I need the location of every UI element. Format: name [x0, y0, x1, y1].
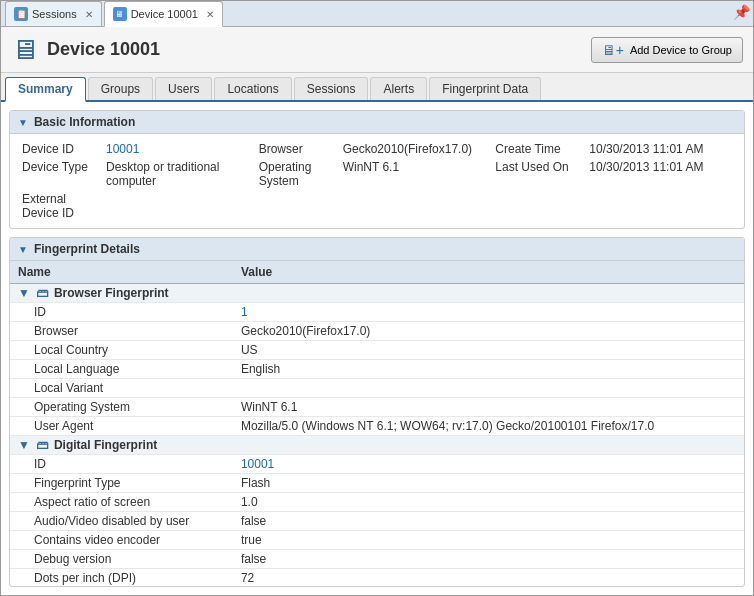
tab-device10001[interactable]: 🖥 Device 10001 ✕ — [104, 1, 223, 27]
col-name-header: Name — [10, 261, 233, 284]
table-row: Local Variant — [10, 379, 744, 398]
tab-groups[interactable]: Groups — [88, 77, 153, 100]
dfp-value-av: false — [233, 512, 744, 531]
fingerprint-header: ▼ Fingerprint Details — [10, 238, 744, 261]
external-device-id-label2: Device ID — [22, 206, 102, 220]
expand-arrow-digital[interactable]: ▼ — [18, 438, 30, 452]
add-device-group-button[interactable]: 🖥+ Add Device to Group — [591, 37, 743, 63]
dfp-value-debug: false — [233, 550, 744, 569]
sessions-tab-icon: 📋 — [14, 7, 28, 21]
device-id-row: Device ID 10001 — [22, 142, 259, 156]
tab-summary[interactable]: Summary — [5, 77, 86, 102]
add-group-icon: 🖥+ — [602, 42, 624, 58]
create-time-value: 10/30/2013 11:01 AM — [589, 142, 703, 156]
table-header-row: Name Value — [10, 261, 744, 284]
table-row: Debug version false — [10, 550, 744, 569]
table-row: ID 10001 — [10, 455, 744, 474]
browser-label: Browser — [259, 142, 339, 156]
db-icon-browser: 🗃 — [36, 286, 48, 300]
main-content: ▼ Basic Information Device ID 10001 Devi… — [1, 102, 753, 595]
fp-value-id: 1 — [233, 303, 744, 322]
title-area: 🖥 Device 10001 — [11, 33, 160, 66]
tab-alerts[interactable]: Alerts — [370, 77, 427, 100]
group-digital-text: Digital Fingerprint — [54, 438, 157, 452]
group-browser-text: Browser Fingerprint — [54, 286, 169, 300]
basic-info-header: ▼ Basic Information — [10, 111, 744, 134]
fp-name-browser: Browser — [10, 322, 233, 341]
os-label2: System — [259, 174, 339, 188]
top-tab-bar: 📋 Sessions ✕ 🖥 Device 10001 ✕ 📌 — [1, 1, 753, 27]
fingerprint-table-wrap: Name Value ▼ 🗃 B — [10, 261, 744, 586]
fp-value-variant — [233, 379, 744, 398]
last-used-label: Last Used On — [495, 160, 585, 174]
table-row: Fingerprint Type Flash — [10, 474, 744, 493]
dfp-value-dpi: 72 — [233, 569, 744, 587]
tab-users[interactable]: Users — [155, 77, 212, 100]
last-used-row: Last Used On 10/30/2013 11:01 AM — [495, 160, 732, 174]
dfp-name-dpi: Dots per inch (DPI) — [10, 569, 233, 587]
tab-sessions-close[interactable]: ✕ — [85, 9, 93, 20]
fp-value-language: English — [233, 360, 744, 379]
fp-name-ua: User Agent — [10, 417, 233, 436]
create-time-row: Create Time 10/30/2013 11:01 AM — [495, 142, 732, 156]
tab-locations[interactable]: Locations — [214, 77, 291, 100]
pin-icon[interactable]: 📌 — [733, 4, 750, 20]
basic-info-title: Basic Information — [34, 115, 135, 129]
device-icon: 🖥 — [11, 33, 39, 66]
dfp-name-video: Contains video encoder — [10, 531, 233, 550]
fp-value-browser: Gecko2010(Firefox17.0) — [233, 322, 744, 341]
table-row: Audio/Video disabled by user false — [10, 512, 744, 531]
basic-info-section: ▼ Basic Information Device ID 10001 Devi… — [9, 110, 745, 229]
os-row: Operating System WinNT 6.1 — [259, 160, 496, 188]
os-label: Operating — [259, 160, 339, 174]
table-row: Dots per inch (DPI) 72 — [10, 569, 744, 587]
table-row: User Agent Mozilla/5.0 (Windows NT 6.1; … — [10, 417, 744, 436]
fp-name-language: Local Language — [10, 360, 233, 379]
dfp-value-id: 10001 — [233, 455, 744, 474]
device-type-row: Device Type Desktop or traditional compu… — [22, 160, 259, 188]
external-device-id-row: External Device ID — [22, 192, 259, 220]
device-id-value[interactable]: 10001 — [106, 142, 139, 156]
table-row: Local Language English — [10, 360, 744, 379]
dfp-value-type: Flash — [233, 474, 744, 493]
browser-row: Browser Gecko2010(Firefox17.0) — [259, 142, 496, 156]
dfp-value-video: true — [233, 531, 744, 550]
col-value-header: Value — [233, 261, 744, 284]
group-digital-label-cell: ▼ 🗃 Digital Fingerprint — [10, 436, 744, 455]
fp-name-os: Operating System — [10, 398, 233, 417]
last-used-value: 10/30/2013 11:01 AM — [589, 160, 703, 174]
tab-sessions-label: Sessions — [32, 8, 77, 20]
browser-value: Gecko2010(Firefox17.0) — [343, 142, 472, 156]
fingerprint-arrow: ▼ — [18, 244, 28, 255]
main-window: 📋 Sessions ✕ 🖥 Device 10001 ✕ 📌 🖥 Device… — [0, 0, 754, 596]
group-digital-fingerprint[interactable]: ▼ 🗃 Digital Fingerprint — [10, 436, 744, 455]
sub-tab-bar: Summary Groups Users Locations Sessions … — [1, 73, 753, 102]
fp-value-os: WinNT 6.1 — [233, 398, 744, 417]
tab-sessions[interactable]: 📋 Sessions ✕ — [5, 1, 102, 26]
expand-arrow-browser[interactable]: ▼ — [18, 286, 30, 300]
dfp-name-av: Audio/Video disabled by user — [10, 512, 233, 531]
table-row: Operating System WinNT 6.1 — [10, 398, 744, 417]
device-type-label: Device Type — [22, 160, 102, 174]
group-browser-label-cell: ▼ 🗃 Browser Fingerprint — [10, 284, 744, 303]
os-value: WinNT 6.1 — [343, 160, 399, 174]
tab-device-label: Device 10001 — [131, 8, 198, 20]
fp-name-country: Local Country — [10, 341, 233, 360]
dfp-name-aspect: Aspect ratio of screen — [10, 493, 233, 512]
table-row: ID 1 — [10, 303, 744, 322]
tab-sessions[interactable]: Sessions — [294, 77, 369, 100]
db-icon-digital: 🗃 — [36, 438, 48, 452]
fingerprint-scroll[interactable]: Name Value ▼ 🗃 B — [10, 261, 744, 586]
basic-info-arrow: ▼ — [18, 117, 28, 128]
table-row: Aspect ratio of screen 1.0 — [10, 493, 744, 512]
tab-device-close[interactable]: ✕ — [206, 9, 214, 20]
group-browser-fingerprint[interactable]: ▼ 🗃 Browser Fingerprint — [10, 284, 744, 303]
dfp-name-type: Fingerprint Type — [10, 474, 233, 493]
add-device-group-label: Add Device to Group — [630, 44, 732, 56]
fp-name-id: ID — [10, 303, 233, 322]
fingerprint-table: Name Value ▼ 🗃 B — [10, 261, 744, 586]
tab-fingerprint-data[interactable]: Fingerprint Data — [429, 77, 541, 100]
dfp-name-debug: Debug version — [10, 550, 233, 569]
create-time-label: Create Time — [495, 142, 585, 156]
table-row: Browser Gecko2010(Firefox17.0) — [10, 322, 744, 341]
